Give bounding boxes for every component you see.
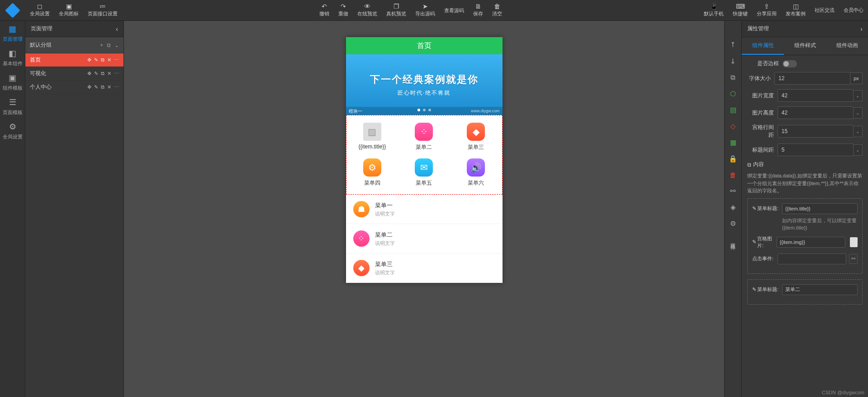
grid-cell[interactable]: ⚙菜单四 [346, 155, 398, 191]
toolbar-button[interactable]: 🗑清空 [488, 0, 507, 21]
warning-icon[interactable]: ◇ [730, 122, 736, 130]
dot-active[interactable] [417, 109, 420, 111]
banner-component[interactable]: 下一个经典案例就是你 匠心时代·绝不将就 模块一 www.diygw.com [346, 54, 503, 115]
expand-icon[interactable]: › [860, 25, 863, 33]
img-width-input[interactable] [778, 89, 854, 102]
close-icon[interactable]: ✕ [107, 57, 111, 63]
menu-title-input-2[interactable] [782, 284, 858, 295]
rail-icon: ▣ [9, 73, 16, 83]
property-tab[interactable]: 组件属性 [742, 37, 784, 55]
edit-icon[interactable]: ✎ [94, 84, 98, 90]
rail-item[interactable]: ⚙全局设置 [0, 119, 25, 143]
title-gap-input[interactable] [778, 143, 854, 156]
dot[interactable] [428, 109, 431, 111]
toolbar-button[interactable]: ❐真机预览 [382, 0, 411, 21]
copy-icon[interactable]: ⧉ [101, 71, 104, 77]
lock-icon[interactable]: 🔒 [729, 155, 737, 163]
rail-item[interactable]: ▣组件模板 [0, 70, 25, 94]
toolbar-label: 保存 [473, 10, 483, 17]
font-size-input[interactable] [774, 72, 850, 85]
dot[interactable] [423, 109, 426, 111]
chevron-down-icon[interactable]: ⌄ [854, 144, 863, 156]
page-group-header[interactable]: 默认分组 + ⧉ ⌄ [25, 37, 123, 53]
font-size-unit[interactable]: px [850, 72, 863, 84]
chevron-down-icon[interactable]: ⌄ [854, 90, 863, 101]
delete-icon[interactable]: 🗑 [730, 171, 736, 179]
rail-item[interactable]: ▦页面管理 [0, 21, 25, 45]
close-icon[interactable]: ✕ [107, 84, 111, 90]
collapse-icon[interactable]: ‹ [116, 25, 118, 33]
grid-cell[interactable]: ⁘菜单二 [398, 119, 450, 155]
grid-image-input[interactable] [777, 237, 845, 248]
toolbar-button[interactable]: 社区交流 [810, 0, 839, 21]
img-height-input[interactable] [778, 106, 854, 119]
layers-icon[interactable]: ◈ [730, 203, 736, 211]
more-icon[interactable]: ⋯ [114, 84, 119, 90]
rail-label: 全局设置 [3, 134, 23, 140]
phone-canvas[interactable]: 首页 下一个经典案例就是你 匠心时代·绝不将就 模块一 www.diygw.co… [346, 37, 503, 283]
rail-item[interactable]: ☰页面模板 [0, 94, 25, 119]
list-item[interactable]: ☗菜单一说明文字 [346, 195, 503, 224]
chevron-down-icon[interactable]: ⌄ [114, 42, 119, 48]
add-row-icon[interactable]: ▦ [730, 139, 736, 147]
list-item[interactable]: ◆菜单三说明文字 [346, 254, 503, 283]
chevron-down-icon[interactable]: ⌄ [854, 107, 863, 119]
page-item[interactable]: 个人中心✥✎⧉✕⋯ [25, 81, 123, 94]
toolbar-button[interactable]: ⌨快捷键 [728, 0, 752, 21]
toolbar-button[interactable]: 查看源码 [440, 0, 469, 21]
list-component[interactable]: ☗菜单一说明文字⁘菜单二说明文字◆菜单三说明文字 [346, 195, 503, 283]
border-toggle[interactable] [783, 60, 797, 67]
add-icon[interactable]: + [100, 42, 103, 48]
copy-icon[interactable]: ⧉ [730, 73, 735, 81]
click-event-input[interactable] [778, 254, 846, 264]
download-icon[interactable]: ⤓ [730, 57, 736, 65]
toolbar-button[interactable]: ≔页面接口设置 [83, 0, 122, 21]
toolbar-button[interactable]: ◫发布案例 [781, 0, 810, 21]
grid-cell[interactable]: ◆菜单三 [450, 119, 502, 155]
toolbar-button[interactable]: ▣全局图标 [54, 0, 83, 21]
grid-cell[interactable]: ✉菜单五 [398, 155, 450, 191]
app-logo[interactable] [0, 0, 25, 21]
image-preview[interactable] [850, 237, 858, 247]
toolbar-button[interactable]: ◻全局设置 [25, 0, 54, 21]
form-icon[interactable]: ▤ [730, 106, 736, 114]
move-icon[interactable]: ✥ [87, 57, 91, 63]
toolbar-button[interactable]: 👁在线预览 [353, 0, 382, 21]
more-icon[interactable]: ⋯ [114, 71, 119, 77]
edit-icon[interactable]: ✎ [94, 71, 98, 77]
left-panel-header: 页面管理 ‹ [25, 21, 123, 37]
list-item[interactable]: ⁘菜单二说明文字 [346, 224, 503, 254]
chevron-down-icon[interactable]: ⌄ [854, 126, 863, 137]
rail-item[interactable]: ◧基本组件 [0, 45, 25, 70]
toolbar-button[interactable]: ⇪分享应用 [752, 0, 781, 21]
link-picker-icon[interactable]: ⚯ [849, 254, 858, 264]
row-gap-input[interactable] [778, 125, 854, 138]
property-tab[interactable]: 组件样式 [784, 37, 826, 55]
menu-title-input[interactable] [782, 203, 858, 214]
gear-icon[interactable]: ⚙ [730, 220, 736, 228]
toolbar-button[interactable]: 📱默认手机 [699, 0, 728, 21]
align-top-icon[interactable]: ⤒ [730, 41, 736, 49]
grid-component-selected[interactable]: ▨{{item.title}}⁘菜单二◆菜单三⚙菜单四✉菜单五🔊菜单六 [346, 115, 503, 195]
copy-icon[interactable]: ⧉ [101, 57, 104, 63]
grid-cell[interactable]: ▨{{item.title}} [346, 119, 398, 155]
toolbar-button[interactable]: ↷重做 [334, 0, 353, 21]
plugin-icon[interactable]: ⬡ [730, 90, 736, 98]
more-icon[interactable]: ⋯ [114, 57, 119, 63]
page-item[interactable]: 首页✥✎⧉✕⋯ [25, 53, 123, 67]
toolbar-button[interactable]: 🗎保存 [469, 0, 488, 21]
property-tab[interactable]: 组件动画 [826, 37, 868, 55]
page-name: 首页 [30, 56, 41, 64]
toolbar-button[interactable]: ↶撤销 [315, 0, 334, 21]
grid-cell[interactable]: 🔊菜单六 [450, 155, 502, 191]
copy-icon[interactable]: ⧉ [101, 84, 104, 90]
link-icon[interactable]: ⚯ [730, 187, 736, 195]
close-icon[interactable]: ✕ [107, 71, 111, 77]
toolbar-button[interactable]: ➤导出源码 [411, 0, 440, 21]
copy-icon[interactable]: ⧉ [107, 42, 111, 48]
page-item[interactable]: 可视化✥✎⧉✕⋯ [25, 67, 123, 81]
edit-icon[interactable]: ✎ [94, 57, 98, 63]
move-icon[interactable]: ✥ [87, 84, 91, 90]
move-icon[interactable]: ✥ [87, 71, 91, 77]
toolbar-button[interactable]: 会员中心 [839, 0, 868, 21]
